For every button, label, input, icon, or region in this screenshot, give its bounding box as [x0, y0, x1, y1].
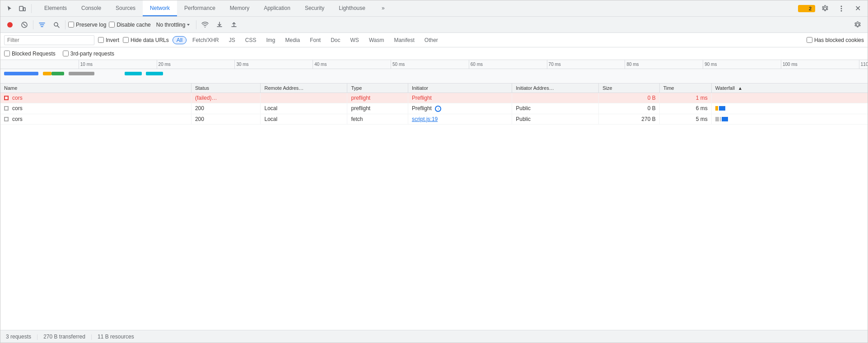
tab-bar: Elements Console Sources Network Perform… — [0, 0, 868, 17]
ruler-50ms: 50 ms — [391, 60, 405, 69]
ruler-90ms: 90 ms — [703, 60, 717, 69]
status-transferred: 270 B transferred — [43, 334, 85, 340]
row-1-name[interactable]: cors — [0, 93, 191, 103]
table-row[interactable]: cors 200 Local fetch script.js:19 Public… — [0, 114, 868, 124]
wf-segment-grey1 — [715, 117, 719, 121]
network-settings-button[interactable] — [851, 19, 864, 31]
invert-checkbox[interactable] — [98, 37, 104, 43]
ruler-60ms: 60 ms — [469, 60, 483, 69]
status-requests: 3 requests — [6, 334, 31, 340]
row-3-initiator[interactable]: script.js:19 — [408, 114, 512, 124]
device-toggle-icon[interactable] — [17, 3, 28, 14]
col-header-initiator[interactable]: Initiator — [408, 83, 512, 93]
chip-media[interactable]: Media — [281, 36, 304, 44]
chip-js[interactable]: JS — [225, 36, 239, 44]
chip-ws[interactable]: WS — [346, 36, 363, 44]
tab-security[interactable]: Security — [298, 0, 331, 16]
wf-bars — [715, 105, 864, 111]
col-header-type[interactable]: Type — [347, 83, 408, 93]
tab-more[interactable]: » — [374, 0, 392, 16]
network-table-scroll[interactable]: Name Status Remote Addres… Type Initiato… — [0, 83, 868, 330]
ruler-marks: 10 ms 20 ms 30 ms 40 ms 50 ms 60 ms 70 m… — [0, 60, 868, 69]
invert-label[interactable]: Invert — [98, 37, 119, 43]
tab-network[interactable]: Network — [143, 0, 177, 16]
svg-point-2 — [841, 5, 842, 7]
preserve-log-label[interactable]: Preserve log — [68, 22, 106, 28]
blocked-requests-checkbox[interactable] — [4, 51, 10, 56]
row-1-waterfall — [711, 93, 868, 103]
export-har-button[interactable] — [228, 19, 240, 31]
tab-application[interactable]: Application — [257, 0, 298, 16]
chip-doc[interactable]: Doc — [327, 36, 344, 44]
tab-performance[interactable]: Performance — [177, 0, 223, 16]
chip-img[interactable]: Img — [262, 36, 279, 44]
has-blocked-cookies-checkbox[interactable] — [807, 37, 812, 43]
chip-all[interactable]: All — [173, 36, 187, 44]
table-row[interactable]: cors 200 Local preflight Preflight ↑ Pub… — [0, 103, 868, 114]
hide-data-urls-checkbox[interactable] — [123, 37, 129, 43]
issues-badge[interactable]: 2 — [798, 5, 815, 12]
chip-wasm[interactable]: Wasm — [365, 36, 388, 44]
clear-button[interactable] — [19, 19, 30, 31]
tab-console[interactable]: Console — [74, 0, 108, 16]
disable-cache-label[interactable]: Disable cache — [109, 22, 150, 28]
col-header-init-addr[interactable]: Initiator Addres… — [512, 83, 599, 93]
tab-memory[interactable]: Memory — [223, 0, 257, 16]
third-party-label[interactable]: 3rd-party requests — [63, 51, 114, 57]
search-button[interactable] — [51, 19, 62, 31]
col-header-remote[interactable]: Remote Addres… — [261, 83, 347, 93]
filter-button[interactable] — [36, 19, 48, 31]
col-header-name[interactable]: Name — [0, 83, 191, 93]
third-party-checkbox[interactable] — [63, 51, 69, 56]
tab-elements[interactable]: Elements — [37, 0, 74, 16]
svg-point-4 — [841, 10, 842, 11]
timeline-bar-orange — [43, 72, 51, 75]
row-2-init-addr: Public — [512, 103, 599, 114]
chip-css[interactable]: CSS — [241, 36, 261, 44]
table-row[interactable]: cors (failed)… preflight Preflight 0 B 1… — [0, 93, 868, 103]
ruler-10ms: 10 ms — [79, 60, 93, 69]
row-2-name[interactable]: cors — [0, 103, 191, 114]
row-2-remote: Local — [261, 103, 347, 114]
col-header-time[interactable]: Time — [659, 83, 711, 93]
hide-data-urls-label[interactable]: Hide data URLs — [123, 37, 169, 43]
cursor-icon[interactable] — [4, 3, 15, 14]
col-header-size[interactable]: Size — [599, 83, 659, 93]
network-toolbar: Preserve log Disable cache No throttling — [0, 17, 868, 33]
chip-other[interactable]: Other — [420, 36, 442, 44]
ruler-110: 110 — [859, 60, 868, 69]
wf-segment-blue — [722, 117, 728, 121]
preserve-log-checkbox[interactable] — [68, 22, 74, 28]
ruler-20ms: 20 ms — [157, 60, 171, 69]
wf-segment-yellow — [715, 106, 718, 111]
row-1-size: 0 B — [599, 93, 659, 103]
import-har-button[interactable] — [214, 19, 225, 31]
svg-rect-1 — [23, 8, 25, 11]
disable-cache-checkbox[interactable] — [109, 22, 115, 28]
has-blocked-cookies-label[interactable]: Has blocked cookies — [807, 37, 864, 43]
tab-lighthouse[interactable]: Lighthouse — [331, 0, 373, 16]
row-3-status: 200 — [191, 114, 261, 124]
chip-manifest[interactable]: Manifest — [390, 36, 418, 44]
settings-button[interactable] — [819, 2, 831, 15]
record-button[interactable] — [4, 19, 16, 31]
chip-fetch-xhr[interactable]: Fetch/XHR — [188, 36, 223, 44]
chip-font[interactable]: Font — [306, 36, 325, 44]
close-devtools-button[interactable]: ✕ — [851, 2, 864, 15]
filter-input[interactable] — [4, 35, 94, 45]
wifi-icon[interactable] — [199, 19, 211, 31]
col-header-waterfall[interactable]: Waterfall ▲ — [711, 83, 868, 93]
blocked-requests-label[interactable]: Blocked Requests — [4, 51, 56, 57]
tab-sources[interactable]: Sources — [108, 0, 143, 16]
throttle-selector[interactable]: No throttling — [154, 21, 194, 29]
timeline-bar-grey-1 — [69, 72, 94, 75]
more-options-button[interactable] — [835, 2, 848, 15]
ruler-40ms: 40 ms — [313, 60, 327, 69]
col-header-status[interactable]: Status — [191, 83, 261, 93]
preflight-icon[interactable]: ↑ — [435, 106, 441, 112]
filter-chips: All Fetch/XHR JS CSS Img Media Font Doc … — [173, 36, 442, 44]
ruler-80ms: 80 ms — [625, 60, 639, 69]
svg-point-8 — [54, 23, 58, 26]
ruler-100ms: 100 ms — [781, 60, 798, 69]
row-3-name[interactable]: cors — [0, 114, 191, 124]
